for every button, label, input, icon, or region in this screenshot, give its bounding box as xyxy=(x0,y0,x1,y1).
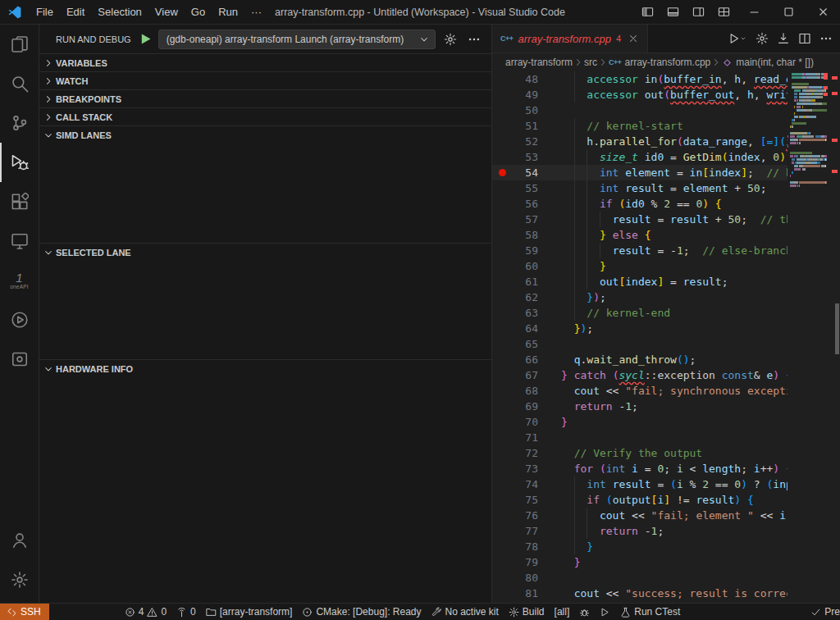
code-line-56[interactable]: 56 if (id0 % 2 == 0) { xyxy=(492,196,788,212)
code-line-65[interactable]: 65 xyxy=(492,336,788,352)
status-cmake-run[interactable] xyxy=(595,604,615,620)
section-watch[interactable]: WATCH xyxy=(39,71,491,89)
code-line-78[interactable]: 78 } xyxy=(492,539,788,554)
gutter-space[interactable] xyxy=(497,289,510,305)
gutter-space[interactable] xyxy=(497,118,510,134)
gutter-space[interactable] xyxy=(497,399,510,414)
gutter-space[interactable] xyxy=(497,71,510,87)
activity-extensions[interactable] xyxy=(0,182,39,221)
code-line-50[interactable]: 50 xyxy=(492,103,788,118)
code-line-55[interactable]: 55 int result = element + 50; xyxy=(492,180,788,196)
activity-onecircle[interactable] xyxy=(0,300,39,340)
gutter-space[interactable] xyxy=(497,196,510,212)
status-prettier[interactable]: Prettier xyxy=(806,604,840,620)
gutter-space[interactable] xyxy=(497,570,510,586)
section-simd-lanes[interactable]: SIMD LANES xyxy=(39,125,491,144)
layoutleft-toggle[interactable] xyxy=(635,0,660,24)
window-min-button[interactable] xyxy=(737,0,771,24)
code-line-75[interactable]: 75 if (output[i] != result) { xyxy=(492,492,788,508)
code-line-51[interactable]: 51 // kernel-start xyxy=(492,118,788,134)
gutter-space[interactable] xyxy=(497,321,510,336)
gutter-space[interactable] xyxy=(497,212,510,227)
code-line-79[interactable]: 79 } xyxy=(492,554,788,570)
code-line-82[interactable]: 82 return 0; xyxy=(492,601,788,603)
section-variables[interactable]: VARIABLES xyxy=(39,53,491,71)
code-line-71[interactable]: 71 xyxy=(492,430,788,445)
code-line-70[interactable]: 70} xyxy=(492,414,788,430)
tab-array-transform[interactable]: C++ array-transform.cpp 4 xyxy=(492,25,648,52)
status-cmake-build[interactable]: Build xyxy=(504,604,550,620)
code-line-74[interactable]: 74 int result = (i % 2 == 0) ? (input[i]… xyxy=(492,476,788,492)
gutter-space[interactable] xyxy=(497,103,510,118)
breakpoint-icon[interactable] xyxy=(497,165,510,180)
code-line-52[interactable]: 52 h.parallel_for(data_range, [=](id<1> … xyxy=(492,134,788,149)
breadcrumb-item[interactable]: C++array-transform.cpp xyxy=(609,57,710,68)
gutter-space[interactable] xyxy=(497,243,510,258)
debug-settings-button[interactable] xyxy=(441,33,459,46)
section-call-stack[interactable]: CALL STACK xyxy=(39,107,491,125)
gutter-space[interactable] xyxy=(497,87,510,103)
code-line-60[interactable]: 60 } xyxy=(492,258,788,274)
menu-view[interactable]: View xyxy=(148,3,185,21)
activity-search[interactable] xyxy=(0,64,39,103)
activity-frame[interactable] xyxy=(0,340,39,379)
activity-debug[interactable] xyxy=(0,143,39,182)
gutter-space[interactable] xyxy=(497,367,510,383)
breadcrumb-item[interactable]: main(int, char * []) xyxy=(722,57,814,68)
gutter-space[interactable] xyxy=(497,305,510,321)
activity-explorer[interactable] xyxy=(0,25,39,64)
debug-more-button[interactable] xyxy=(465,33,483,46)
gutter-space[interactable] xyxy=(497,523,510,539)
gutter-space[interactable] xyxy=(497,352,510,367)
menu-run[interactable]: Run xyxy=(212,3,244,21)
menu-go[interactable]: Go xyxy=(185,3,212,21)
code-line-53[interactable]: 53 size_t id0 = GetDim(index, 0); xyxy=(492,149,788,165)
gutter-space[interactable] xyxy=(497,383,510,399)
code-line-72[interactable]: 72 // Verify the output xyxy=(492,445,788,461)
gutter-space[interactable] xyxy=(497,554,510,570)
gutter-space[interactable] xyxy=(497,476,510,492)
activity-account[interactable] xyxy=(0,521,39,560)
gutter-space[interactable] xyxy=(497,539,510,554)
section-selected-lane[interactable]: SELECTED LANE xyxy=(39,243,491,261)
code-line-69[interactable]: 69 return -1; xyxy=(492,399,788,414)
code-line-68[interactable]: 68 cout << "fail; synchronous exception … xyxy=(492,383,788,399)
code-line-62[interactable]: 62 }); xyxy=(492,289,788,305)
more-actions-button[interactable] xyxy=(815,25,837,52)
configure-button[interactable] xyxy=(751,25,773,52)
code-line-61[interactable]: 61 out[index] = result; xyxy=(492,274,788,289)
activity-gear[interactable] xyxy=(0,560,39,599)
window-max-button[interactable] xyxy=(771,0,806,24)
code-line-63[interactable]: 63 // kernel-end xyxy=(492,305,788,321)
code-line-76[interactable]: 76 cout << "fail; element " << i << " is… xyxy=(492,508,788,523)
gutter-space[interactable] xyxy=(497,430,510,445)
gutter-space[interactable] xyxy=(497,414,510,430)
code-line-81[interactable]: 81 cout << "success; result is correct.\… xyxy=(492,586,788,601)
gutter-space[interactable] xyxy=(497,149,510,165)
debug-config-select[interactable]: (gdb-oneapi) array-transform Launch (arr… xyxy=(158,30,436,49)
section-hardware-info[interactable]: HARDWARE INFO xyxy=(39,359,491,377)
scrollbar-thumb[interactable] xyxy=(835,303,839,354)
menu-file[interactable]: File xyxy=(30,3,60,21)
activity-oneapi[interactable]: 1oneAPI xyxy=(0,261,39,300)
code-line-58[interactable]: 58 } else { xyxy=(492,227,788,243)
gutter-space[interactable] xyxy=(497,461,510,476)
code-line-57[interactable]: 57 result = result + 50; // then-branch xyxy=(492,212,788,227)
section-breakpoints[interactable]: BREAKPOINTS xyxy=(39,89,491,107)
gutter-space[interactable] xyxy=(497,445,510,461)
code-line-59[interactable]: 59 result = -1; // else-branch xyxy=(492,243,788,258)
status-problems[interactable]: 40 xyxy=(120,604,171,620)
code-line-66[interactable]: 66 q.wait_and_throw(); xyxy=(492,352,788,367)
gutter-space[interactable] xyxy=(497,336,510,352)
code-line-77[interactable]: 77 return -1; xyxy=(492,523,788,539)
gutter-space[interactable] xyxy=(497,180,510,196)
code-line-73[interactable]: 73 for (int i = 0; i < length; i++) { xyxy=(492,461,788,476)
menu-selection[interactable]: Selection xyxy=(91,3,148,21)
status-cmake-kit[interactable]: No active kit xyxy=(427,604,504,620)
minimap[interactable] xyxy=(788,71,829,603)
status-ctest[interactable]: Run CTest xyxy=(615,604,685,620)
code-line-49[interactable]: 49 accessor out(buffer_out, h, write_onl… xyxy=(492,87,788,103)
gutter-space[interactable] xyxy=(497,134,510,149)
install-button[interactable] xyxy=(773,25,794,52)
gutter-space[interactable] xyxy=(497,274,510,289)
